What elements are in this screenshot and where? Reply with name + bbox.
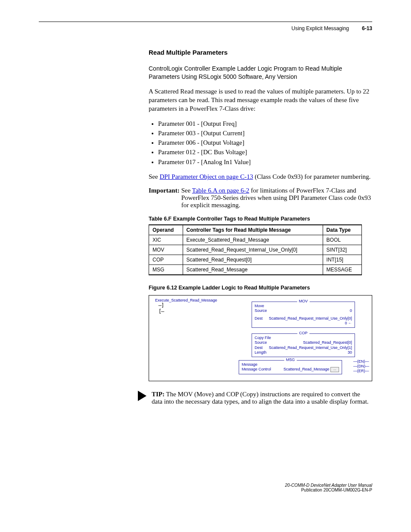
cop-dest-value: Scattered_Read_Request_Internal_Use_Only…: [269, 345, 352, 350]
scattered-paragraph: A Scattered Read message is used to read…: [149, 87, 372, 113]
page-header: Using Explicit Messaging 6-13: [39, 25, 372, 31]
list-item: Parameter 017 - [Analog In1 Value]: [158, 158, 372, 166]
intro-paragraph: ControlLogix Controller Example Ladder L…: [149, 65, 372, 81]
table-cell: Scattered_Read_Request[0]: [183, 255, 323, 265]
list-item: Parameter 012 - [DC Bus Voltage]: [158, 148, 372, 156]
table-header: Controller Tags for Read Multiple Messag…: [183, 225, 323, 235]
cop-source-label: Source: [255, 340, 267, 345]
list-item: Parameter 003 - [Output Current]: [158, 129, 372, 137]
see-prefix: See: [149, 173, 159, 180]
header-chapter: Using Explicit Messaging: [292, 25, 349, 31]
mov-dest-value: Scattered_Read_Request_Internal_Use_Only…: [269, 316, 352, 321]
coil-dn: DN: [353, 364, 369, 369]
mov-instruction: MOV Move Source0 DestScattered_Read_Requ…: [252, 302, 355, 328]
tip-arrow-icon: [138, 391, 146, 401]
table-cell: Scattered_Read_Request_Internal_Use_Only…: [183, 245, 323, 255]
cop-length-label: Length: [255, 350, 267, 355]
table-6a-link[interactable]: Table 6.A on page 6-2: [192, 187, 249, 194]
msg-control-label: Message Control: [242, 367, 271, 372]
dpi-parameter-link[interactable]: DPI Parameter Object on page C-13: [159, 173, 253, 180]
list-item: Parameter 001 - [Output Freq]: [158, 119, 372, 128]
table-cell: SINT[32]: [323, 245, 361, 255]
msg-coils: EN DN ER: [353, 359, 369, 373]
table-cell: COP: [149, 255, 183, 265]
table-cell: XIC: [149, 235, 183, 245]
mov-source-value: 0: [350, 308, 352, 313]
cop-source-value: Scattered_Read_Request[0]: [303, 340, 352, 345]
page-footer: 20-COMM-D DeviceNet Adapter User Manual …: [149, 483, 372, 492]
xic-symbol: —] [—: [155, 302, 246, 314]
important-note: Important: See Table 6.A on page 6-2 for…: [149, 187, 372, 209]
msg-instruction: MSG Message Message Control Scattered_Re…: [239, 360, 342, 374]
xic-tag: Execute_Scattered_Read_Message: [155, 298, 246, 302]
msg-control-value: Scattered_Read_Message: [283, 367, 330, 372]
figure-title: Figure 6.12 Example Ladder Logic to Read…: [149, 285, 372, 291]
see-suffix: (Class Code 0x93) for parameter numberin…: [253, 173, 371, 180]
tip-body: The MOV (Move) and COP (Copy) instructio…: [152, 391, 369, 405]
header-page-number: 6-13: [362, 25, 372, 31]
msg-line1: Message: [242, 362, 339, 367]
important-label: Important:: [149, 187, 180, 209]
table-header: Operand: [149, 225, 183, 235]
table-cell: INT[15]: [323, 255, 361, 265]
mov-dest-label: Dest: [255, 316, 263, 321]
important-prefix: See: [181, 187, 192, 194]
see-paragraph: See DPI Parameter Object on page C-13 (C…: [149, 172, 372, 181]
msg-config-button[interactable]: ...: [330, 367, 339, 372]
important-body: See Table 6.A on page 6-2 for limitation…: [181, 187, 372, 209]
cop-length-value: 30: [348, 350, 352, 355]
header-rule: [39, 22, 372, 22]
table-cell: Execute_Scattered_Read_Message: [183, 235, 323, 245]
msg-title: MSG: [284, 358, 297, 362]
mov-dest-sub: 0: [345, 321, 347, 325]
cop-dest-label: Dest: [255, 345, 263, 350]
tip-label: TIP:: [152, 391, 165, 398]
table-cell: BOOL: [323, 235, 361, 245]
parameter-list: Parameter 001 - [Output Freq] Parameter …: [149, 119, 372, 166]
tip-icon-wrap: [125, 391, 146, 401]
footer-manual-title: 20-COMM-D DeviceNet Adapter User Manual: [149, 483, 372, 488]
table-cell: Scattered_Read_Message: [183, 265, 323, 275]
list-item: Parameter 006 - [Output Voltage]: [158, 138, 372, 147]
table-row: MSG Scattered_Read_Message MESSAGE: [149, 265, 362, 275]
table-cell: MOV: [149, 245, 183, 255]
mov-source-label: Source: [255, 308, 267, 313]
section-title: Read Multiple Parameters: [149, 49, 372, 56]
table-row: MOV Scattered_Read_Request_Internal_Use_…: [149, 245, 362, 255]
footer-publication: Publication 20COMM-UM002G-EN-P: [149, 488, 372, 492]
table-row: COP Scattered_Read_Request[0] INT[15]: [149, 255, 362, 265]
ladder-diagram: Execute_Scattered_Read_Message —] [— MOV…: [149, 295, 372, 381]
cop-line1: Copy File: [255, 336, 352, 340]
table-title: Table 6.F Example Controller Tags to Rea…: [149, 216, 372, 222]
cop-instruction: COP Copy File SourceScattered_Read_Reque…: [252, 333, 355, 357]
coil-er: ER: [353, 369, 369, 373]
tip-note: TIP: The MOV (Move) and COP (Copy) instr…: [149, 391, 372, 405]
table-cell: MESSAGE: [323, 265, 361, 275]
table-header: Data Type: [323, 225, 361, 235]
mov-title: MOV: [297, 299, 310, 304]
table-cell: MSG: [149, 265, 183, 275]
table-row: XIC Execute_Scattered_Read_Message BOOL: [149, 235, 362, 245]
cop-title: COP: [297, 331, 309, 336]
controller-tags-table: Operand Controller Tags for Read Multipl…: [149, 224, 362, 275]
coil-en: EN: [353, 359, 369, 364]
mov-line1: Move: [255, 304, 352, 308]
